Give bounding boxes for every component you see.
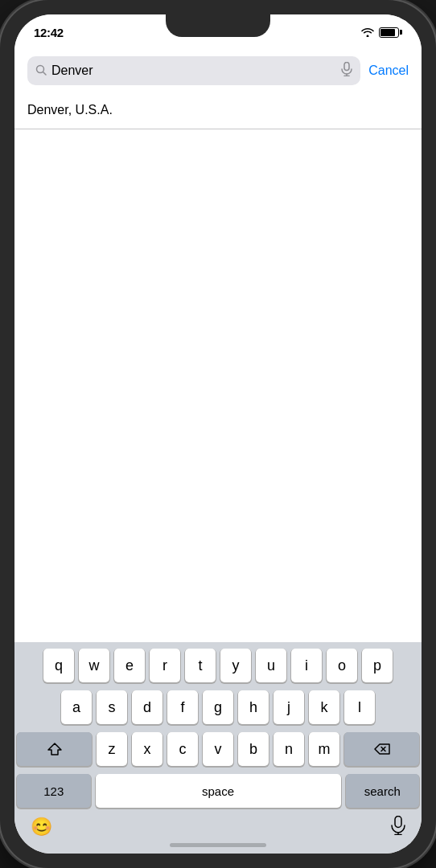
key-h[interactable]: h xyxy=(238,690,269,724)
key-x[interactable]: x xyxy=(132,732,162,766)
search-input[interactable] xyxy=(51,63,336,78)
space-key[interactable]: space xyxy=(96,774,341,808)
cancel-button[interactable]: Cancel xyxy=(368,63,409,78)
key-v[interactable]: v xyxy=(203,732,233,766)
key-e[interactable]: e xyxy=(114,649,145,682)
status-bar: 12:42 xyxy=(14,14,422,50)
notch xyxy=(166,14,270,37)
search-bar[interactable] xyxy=(27,56,360,85)
key-y[interactable]: y xyxy=(220,649,251,682)
results-area: Denver, U.S.A. xyxy=(14,92,422,642)
keyboard-row-1: q w e r t y u i o p xyxy=(17,649,419,682)
home-indicator-wrap xyxy=(14,840,422,854)
search-icon xyxy=(35,64,47,78)
key-t[interactable]: t xyxy=(185,649,216,682)
key-i[interactable]: i xyxy=(291,649,322,682)
bottom-bar: 😊 xyxy=(14,811,422,840)
key-n[interactable]: n xyxy=(274,732,304,766)
shift-key[interactable] xyxy=(17,732,92,766)
svg-line-1 xyxy=(43,72,47,75)
status-icons xyxy=(361,27,399,38)
key-a[interactable]: a xyxy=(61,690,92,724)
key-c[interactable]: c xyxy=(167,732,198,766)
key-u[interactable]: u xyxy=(256,649,286,682)
status-time: 12:42 xyxy=(34,26,64,39)
numbers-key[interactable]: 123 xyxy=(17,774,91,808)
screen: 12:42 xyxy=(14,14,422,854)
search-mic-button[interactable] xyxy=(341,62,352,80)
keyboard: q w e r t y u i o p a s d f g h j k xyxy=(14,642,422,811)
key-j[interactable]: j xyxy=(274,690,304,724)
key-f[interactable]: f xyxy=(167,690,198,724)
key-w[interactable]: w xyxy=(79,649,109,682)
key-o[interactable]: o xyxy=(327,649,357,682)
wifi-icon xyxy=(361,27,374,37)
key-l[interactable]: l xyxy=(344,690,375,724)
search-key[interactable]: search xyxy=(346,774,420,808)
key-d[interactable]: d xyxy=(132,690,162,724)
key-k[interactable]: k xyxy=(309,690,339,724)
keyboard-row-bottom: 123 space search xyxy=(17,774,419,808)
home-indicator xyxy=(170,843,266,847)
search-area: Cancel xyxy=(14,50,422,92)
keyboard-row-2: a s d f g h j k l xyxy=(17,690,419,724)
battery-icon xyxy=(379,27,399,38)
phone-frame: 12:42 xyxy=(0,0,436,868)
key-r[interactable]: r xyxy=(150,649,180,682)
emoji-key[interactable]: 😊 xyxy=(31,817,52,837)
keyboard-row-3: z x c v b n m xyxy=(17,732,419,766)
key-s[interactable]: s xyxy=(97,690,127,724)
key-g[interactable]: g xyxy=(203,690,233,724)
key-q[interactable]: q xyxy=(43,649,74,682)
key-p[interactable]: p xyxy=(362,649,393,682)
keyboard-mic-icon[interactable] xyxy=(391,816,405,838)
key-z[interactable]: z xyxy=(97,732,127,766)
delete-key[interactable] xyxy=(344,732,419,766)
key-b[interactable]: b xyxy=(238,732,269,766)
svg-rect-7 xyxy=(395,817,401,828)
svg-rect-2 xyxy=(344,63,349,71)
result-item[interactable]: Denver, U.S.A. xyxy=(14,92,422,129)
key-m[interactable]: m xyxy=(309,732,339,766)
